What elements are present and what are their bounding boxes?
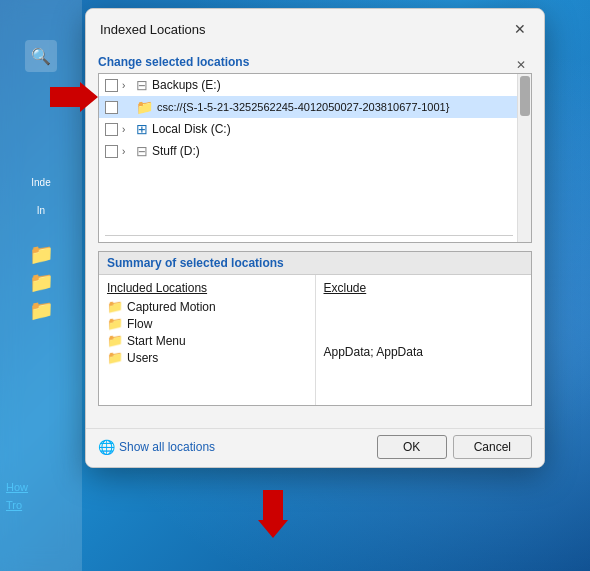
left-panel-index-label: Inde In [31, 176, 50, 218]
label-stuff: Stuff (D:) [152, 144, 200, 158]
search-icon: 🔍 [25, 40, 57, 72]
included-col: Included Locations 📁 Captured Motion 📁 F… [99, 275, 316, 405]
folder-icon-flow: 📁 [107, 316, 123, 331]
summary-item-1: 📁 Flow [107, 316, 307, 331]
checkbox-stuff[interactable] [105, 145, 118, 158]
inner-close-button[interactable]: ✕ [516, 59, 526, 71]
dialog-footer: 🌐 Show all locations OK Cancel [86, 428, 544, 467]
exclude-value: AppData; AppData [324, 345, 524, 359]
summary-item-3: 📁 Users [107, 350, 307, 365]
section-label: Change selected locations [98, 55, 249, 69]
checkbox-backups[interactable] [105, 79, 118, 92]
item-label-0: Captured Motion [127, 300, 216, 314]
left-panel: 🔍 Inde In 📁 📁 📁 How Tro [0, 0, 82, 571]
location-item-stuff[interactable]: › ⊟ Stuff (D:) [99, 140, 531, 162]
excluded-header: Exclude [324, 281, 524, 295]
excluded-col: Exclude AppData; AppData [316, 275, 532, 405]
indexed-locations-dialog: Indexed Locations ✕ Change selected loca… [85, 8, 545, 468]
show-all-link[interactable]: 🌐 Show all locations [98, 439, 369, 455]
drive-icon-stuff: ⊟ [136, 143, 148, 159]
list-scrollbar[interactable] [517, 74, 531, 242]
how-link[interactable]: How [6, 481, 82, 493]
folder-icon-3: 📁 [29, 298, 54, 322]
folder-icon-captured: 📁 [107, 299, 123, 314]
chevron-stuff: › [122, 146, 132, 157]
summary-header: Summary of selected locations [99, 252, 531, 275]
location-item-csc[interactable]: 📁 csc://{S-1-5-21-3252562245-4012050027-… [99, 96, 531, 118]
footer-buttons: OK Cancel [377, 435, 532, 459]
dialog-close-button[interactable]: ✕ [508, 17, 532, 41]
label-backups: Backups (E:) [152, 78, 221, 92]
show-all-label: Show all locations [119, 440, 215, 454]
drive-icon-backups: ⊟ [136, 77, 148, 93]
summary-body: Included Locations 📁 Captured Motion 📁 F… [99, 275, 531, 405]
checkbox-csc[interactable] [105, 101, 118, 114]
location-list[interactable]: › ⊟ Backups (E:) 📁 csc://{S-1-5-21-32525… [98, 73, 532, 243]
label-localdisk: Local Disk (C:) [152, 122, 231, 136]
item-label-1: Flow [127, 317, 152, 331]
location-item-backups[interactable]: › ⊟ Backups (E:) [99, 74, 531, 96]
summary-section: Summary of selected locations Included L… [98, 251, 532, 406]
windows-icon-localdisk: ⊞ [136, 121, 148, 137]
tro-link[interactable]: Tro [6, 499, 82, 511]
folder-icon-1: 📁 [29, 242, 54, 266]
list-bottom-separator [105, 235, 513, 236]
item-label-3: Users [127, 351, 158, 365]
folder-icon-users: 📁 [107, 350, 123, 365]
label-csc: csc://{S-1-5-21-3252562245-4012050027-20… [157, 101, 449, 113]
folder-icon-start: 📁 [107, 333, 123, 348]
item-label-2: Start Menu [127, 334, 186, 348]
dialog-title: Indexed Locations [100, 22, 206, 37]
checkbox-localdisk[interactable] [105, 123, 118, 136]
cancel-button[interactable]: Cancel [453, 435, 532, 459]
summary-item-0: 📁 Captured Motion [107, 299, 307, 314]
chevron-backups: › [122, 80, 132, 91]
dialog-body: Change selected locations ✕ › ⊟ Backups … [86, 47, 544, 428]
included-header: Included Locations [107, 281, 307, 295]
globe-icon: 🌐 [98, 439, 115, 455]
summary-item-2: 📁 Start Menu [107, 333, 307, 348]
folder-icon-csc: 📁 [136, 99, 153, 115]
left-panel-links: How Tro [0, 481, 82, 511]
dialog-titlebar: Indexed Locations ✕ [86, 9, 544, 47]
scrollbar-thumb[interactable] [520, 76, 530, 116]
chevron-localdisk: › [122, 124, 132, 135]
ok-button[interactable]: OK [377, 435, 447, 459]
location-item-localdisk[interactable]: › ⊞ Local Disk (C:) [99, 118, 531, 140]
folder-icon-2: 📁 [29, 270, 54, 294]
